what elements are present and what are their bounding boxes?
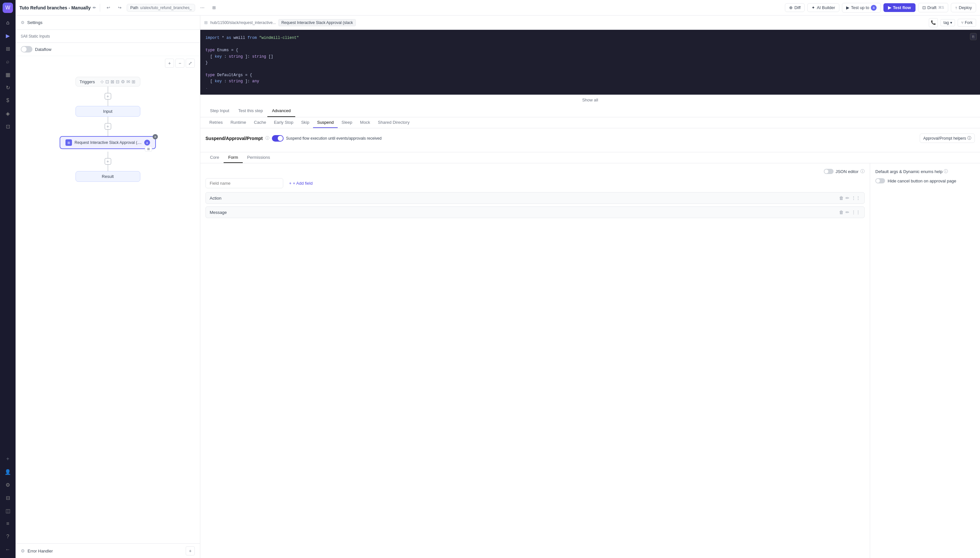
inner-tab-core[interactable]: Core <box>205 152 223 163</box>
test-flow-button[interactable]: ▶ Test flow <box>883 3 915 12</box>
sidebar-item-home[interactable]: ⌂ <box>2 17 14 28</box>
connector-2: + <box>105 117 111 136</box>
more-options-button[interactable]: ⋯ <box>198 3 207 11</box>
view-button[interactable]: ⊞ <box>210 3 218 11</box>
tag-select[interactable]: tag ▾ <box>941 19 955 26</box>
hide-cancel-toggle[interactable] <box>875 178 885 184</box>
sub-tab-skip[interactable]: Skip <box>297 117 313 128</box>
drag-action-icon[interactable]: ⋮⋮ <box>851 195 860 200</box>
undo-button[interactable]: ↩ <box>104 3 113 11</box>
sidebar-item-variables[interactable]: $ <box>2 95 14 106</box>
add-node-1[interactable]: + <box>105 93 111 100</box>
suspend-info-icon[interactable]: ⓘ <box>266 135 269 141</box>
inner-tab-form[interactable]: Form <box>223 152 242 163</box>
json-editor-label: JSON editor <box>836 169 859 174</box>
add-node-3[interactable]: + <box>105 158 111 165</box>
sidebar-item-list[interactable]: ≡ <box>2 518 14 530</box>
show-all-button[interactable]: Show all <box>200 95 980 105</box>
slack-node-btn[interactable]: ⊠ <box>145 146 152 152</box>
zoom-out-button[interactable]: − <box>175 59 184 68</box>
sidebar-item-collapse[interactable]: ← <box>2 544 14 555</box>
triggers-label: Triggers <box>80 79 95 84</box>
trigger-icon-cursor[interactable]: ⊹ <box>100 79 104 84</box>
main-content: Tuto Refund branches - Manually ✏ ↩ ↪ Pa… <box>16 0 980 558</box>
helpers-panel: Default args & Dynamic enums help ⓘ Hide… <box>870 163 980 558</box>
sidebar-item-flows[interactable]: ▶ <box>2 30 14 41</box>
tab-test-this-step[interactable]: Test this step <box>234 105 268 117</box>
app-logo[interactable]: W <box>3 3 13 13</box>
deploy-button[interactable]: ↑ Deploy <box>951 3 976 12</box>
dataflow-toggle[interactable] <box>21 46 33 53</box>
topbar: Tuto Refund branches - Manually ✏ ↩ ↪ Pa… <box>16 0 980 16</box>
helpers-info-icon[interactable]: ⓘ <box>944 169 948 174</box>
edit-message-icon[interactable]: ✏ <box>845 210 849 215</box>
add-field-plus-icon: + <box>289 181 292 185</box>
sidebar-item-dashboard[interactable]: ▦ <box>2 69 14 80</box>
error-handler-add-button[interactable]: + <box>186 547 195 555</box>
hide-cancel-label: Hide cancel button on approval page <box>888 179 956 184</box>
ai-builder-button[interactable]: ✦ AI Builder <box>807 3 839 12</box>
sub-tab-early-stop[interactable]: Early Stop <box>270 117 297 128</box>
edit-action-icon[interactable]: ✏ <box>845 195 849 200</box>
copy-code-button[interactable]: ⎘ <box>970 33 977 40</box>
diff-button[interactable]: ⊕ Diff <box>785 3 805 12</box>
sidebar-item-help[interactable]: ? <box>2 531 14 542</box>
drag-message-icon[interactable]: ⋮⋮ <box>851 210 860 215</box>
path-badge[interactable]: Path u/alex/tuto_refund_branches_ <box>127 4 195 11</box>
add-node-2[interactable]: + <box>105 123 111 130</box>
trigger-icon-gear[interactable]: ⚙ <box>121 79 125 84</box>
delete-message-icon[interactable]: 🗑 <box>839 210 844 215</box>
zoom-in-button[interactable]: + <box>165 59 174 68</box>
sub-tab-runtime[interactable]: Runtime <box>227 117 250 128</box>
test-up-button[interactable]: ▶ Test up to a <box>842 3 881 13</box>
sidebar-item-add[interactable]: + <box>2 453 14 464</box>
sidebar-item-resources[interactable]: ◈ <box>2 108 14 119</box>
sub-tab-mock[interactable]: Mock <box>356 117 374 128</box>
sidebar-item-search[interactable]: ⌕ <box>2 56 14 67</box>
expand-button[interactable]: ⤢ <box>186 59 195 68</box>
trigger-icon-grid[interactable]: ⊞ <box>131 79 135 84</box>
tab-step-input[interactable]: Step Input <box>205 105 234 117</box>
tab-advanced[interactable]: Advanced <box>268 105 295 117</box>
request-node-close[interactable]: ✕ <box>153 134 158 140</box>
sidebar-item-users[interactable]: 👤 <box>2 466 14 478</box>
fork-button[interactable]: ⑂ Fork <box>958 19 976 26</box>
add-field-label: + Add field <box>293 181 313 185</box>
sub-tab-suspend[interactable]: Suspend <box>313 117 337 128</box>
trigger-icon-chain[interactable]: ⊟ <box>116 79 120 84</box>
sidebar-item-runs[interactable]: ↻ <box>2 82 14 94</box>
sidebar-item-audit[interactable]: ⊟ <box>2 492 14 504</box>
trigger-icon-link[interactable]: ⊠ <box>110 79 114 84</box>
draft-button[interactable]: ⊡ Draft ⌘S <box>918 3 949 12</box>
result-node[interactable]: Result <box>76 171 140 182</box>
edit-title-icon[interactable]: ✏ <box>93 5 96 10</box>
sub-tab-shared-directory[interactable]: Shared Directory <box>374 117 414 128</box>
field-name-input[interactable] <box>205 178 283 188</box>
phone-icon-btn[interactable]: 📞 <box>929 18 938 27</box>
json-editor-info-icon[interactable]: ⓘ <box>860 169 865 174</box>
sidebar-item-workspace[interactable]: ◫ <box>2 505 14 517</box>
suspend-toggle[interactable] <box>272 135 284 141</box>
approval-helpers-button[interactable]: Approval/Prompt helpers ⓘ <box>920 133 975 143</box>
sub-tab-sleep[interactable]: Sleep <box>338 117 356 128</box>
form-area: JSON editor ⓘ + + Add field <box>200 163 870 226</box>
sub-tab-cache[interactable]: Cache <box>250 117 270 128</box>
delete-action-icon[interactable]: 🗑 <box>839 195 844 200</box>
tag-label: tag <box>943 20 949 25</box>
input-node[interactable]: Input <box>76 106 140 117</box>
json-editor-toggle[interactable] <box>824 169 834 174</box>
request-node[interactable]: ✕ ⊞ Request Interactive Slack Approval (… <box>60 136 156 149</box>
trigger-icon-email[interactable]: ✉ <box>126 79 130 84</box>
toggle-knob <box>21 47 26 52</box>
sub-tab-retries[interactable]: Retries <box>205 117 227 128</box>
redo-button[interactable]: ↪ <box>115 3 124 11</box>
inner-tab-permissions[interactable]: Permissions <box>243 152 275 163</box>
sidebar-item-apps[interactable]: ⊞ <box>2 43 14 54</box>
field-message-actions: 🗑 ✏ ⋮⋮ <box>839 210 860 215</box>
add-field-button[interactable]: + + Add field <box>286 179 316 188</box>
sidebar-item-schedules[interactable]: ⊡ <box>2 121 14 132</box>
trigger-icon-copy[interactable]: ⊡ <box>105 79 109 84</box>
sidebar-item-settings[interactable]: ⚙ <box>2 479 14 491</box>
error-handler-row: ⚙ Error Handler + <box>16 543 200 558</box>
triggers-node[interactable]: Triggers ⊹ ⊡ ⊠ ⊟ ⚙ ✉ ⊞ <box>76 77 140 87</box>
